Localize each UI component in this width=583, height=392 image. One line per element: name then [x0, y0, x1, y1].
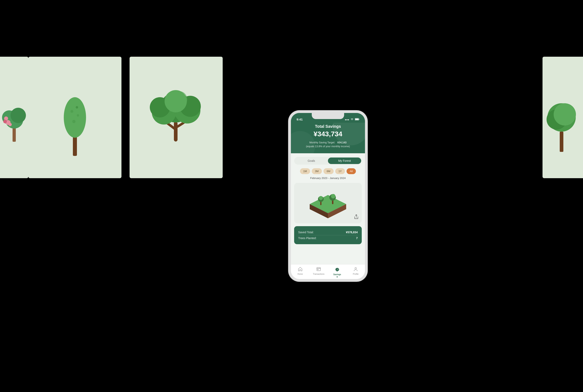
trees-planted-value: 7: [356, 236, 358, 240]
battery-icon: [355, 118, 359, 121]
panel-left3: [129, 57, 223, 178]
profile-label: Profile: [353, 273, 359, 275]
nav-profile[interactable]: Profile: [347, 266, 365, 278]
svg-rect-26: [359, 119, 359, 120]
status-time: 9:41: [297, 118, 303, 122]
savings-icon: [335, 267, 340, 273]
status-icons: ●●●: [345, 118, 359, 122]
monthly-value: ¥34,143: [337, 141, 347, 144]
phone-mockup: 9:41 ●●●: [288, 110, 367, 282]
transactions-label: Transactions: [313, 273, 325, 275]
monthly-note: (equals 13.8% of your monthly income): [306, 145, 350, 148]
trees-planted-label: Trees Planted:: [298, 236, 317, 240]
saved-total-label: Saved Total:: [298, 230, 314, 234]
stats-card: Saved Total: ¥578,834 Trees Planted: 7: [294, 226, 362, 244]
forest-visualization: [294, 183, 362, 223]
nav-transactions[interactable]: Transactions: [310, 266, 328, 278]
transactions-icon: [316, 267, 321, 272]
svg-point-34: [319, 196, 323, 200]
svg-point-7: [8, 123, 12, 126]
savings-label: Savings: [333, 273, 341, 276]
tree-far-left: [2, 87, 26, 148]
svg-point-42: [338, 269, 338, 270]
svg-rect-40: [317, 269, 318, 270]
bottom-nav: Home Transactions: [291, 264, 365, 279]
period-1y[interactable]: 1Y: [335, 168, 345, 174]
tree-left2: [55, 75, 95, 160]
svg-rect-21: [560, 132, 563, 152]
stats-saved-total: Saved Total: ¥578,834: [298, 230, 358, 235]
header-subtitle: Monthly Saving Target: ¥34,143 (equals 1…: [296, 141, 360, 148]
share-button[interactable]: [354, 214, 359, 220]
nav-savings[interactable]: Savings: [328, 266, 347, 278]
svg-point-3: [10, 108, 26, 123]
home-icon: [298, 267, 302, 272]
svg-point-9: [64, 97, 86, 138]
savings-active-indicator: [337, 276, 338, 278]
svg-rect-38: [317, 268, 320, 271]
monthly-label: Monthly Saving Target:: [309, 141, 335, 144]
date-range: February 2023 - January 2024: [294, 176, 362, 180]
svg-rect-39: [317, 268, 320, 269]
forest-svg: [306, 187, 350, 219]
profile-icon: [353, 267, 358, 272]
period-all[interactable]: All: [347, 168, 356, 174]
svg-point-13: [76, 106, 78, 108]
svg-point-11: [77, 114, 79, 117]
tab-my-forest[interactable]: My Forest: [328, 158, 361, 164]
wifi-icon: [350, 118, 354, 121]
tree-right: [545, 79, 581, 156]
svg-point-10: [70, 110, 73, 113]
saved-total-value: ¥578,834: [346, 230, 358, 234]
svg-point-6: [3, 120, 7, 123]
panel-left2: [28, 57, 121, 178]
phone-frame: 9:41 ●●●: [288, 110, 367, 282]
header-amount: ¥343,734: [296, 130, 360, 138]
svg-point-44: [355, 268, 357, 269]
panel-right: [543, 57, 583, 178]
app-body: Goals My Forest 1M 3M 6M 1Y All February…: [291, 153, 365, 264]
svg-point-20: [171, 91, 187, 107]
period-3m[interactable]: 3M: [312, 168, 322, 174]
home-label: Home: [297, 273, 303, 275]
panel-far-left: [0, 57, 28, 178]
signal-icon: ●●●: [345, 118, 349, 121]
nav-home[interactable]: Home: [291, 266, 310, 278]
phone-notch: [312, 113, 344, 119]
stats-trees-planted: Trees Planted: 7: [298, 235, 358, 241]
svg-rect-27: [355, 119, 359, 120]
svg-point-43: [337, 269, 338, 270]
svg-point-24: [554, 103, 576, 126]
svg-point-37: [331, 194, 335, 198]
tree-left3: [146, 75, 206, 160]
period-1m[interactable]: 1M: [300, 168, 310, 174]
header-title: Total Savings: [296, 124, 360, 129]
tab-bar: Goals My Forest: [294, 157, 362, 164]
period-buttons: 1M 3M 6M 1Y All: [294, 168, 362, 174]
tab-goals[interactable]: Goals: [295, 158, 328, 164]
period-6m[interactable]: 6M: [323, 168, 334, 174]
svg-point-12: [72, 120, 75, 123]
